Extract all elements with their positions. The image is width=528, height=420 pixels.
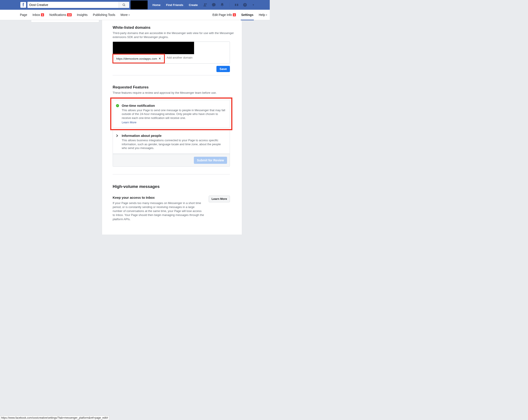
tab-help[interactable]: Help bbox=[256, 10, 270, 20]
feature-card-outer-2: Information about people This allows bus… bbox=[113, 130, 230, 154]
remove-domain-icon[interactable]: ✕ bbox=[158, 57, 161, 60]
high-volume-title: High-volume messages bbox=[113, 184, 237, 189]
tab-publishing-tools[interactable]: Publishing Tools bbox=[90, 10, 118, 20]
requested-features-title: Requested Features bbox=[113, 85, 237, 90]
main-column: White-listed domains Third-party domains… bbox=[102, 20, 242, 235]
feature-1-title: One-time notification bbox=[122, 104, 226, 107]
tab-edit-page-info[interactable]: Edit Page Info 1 bbox=[210, 10, 239, 20]
divider-2 bbox=[113, 174, 230, 174]
search-wrapper bbox=[27, 2, 129, 8]
whitelist-title: White-listed domains bbox=[113, 25, 237, 30]
domain-row: https://demostore.oostapps.com ✕ bbox=[113, 54, 230, 63]
left-column bbox=[0, 20, 102, 235]
chevron-right-icon bbox=[116, 134, 120, 138]
add-domain-input[interactable] bbox=[165, 54, 230, 61]
search-icon bbox=[122, 3, 126, 7]
high-volume-right: Learn More bbox=[209, 196, 230, 221]
tab-insights[interactable]: Insights bbox=[74, 10, 90, 20]
sidebar-card-bottom bbox=[31, 20, 99, 22]
high-volume-subtitle: Keep your access to Inbox bbox=[113, 196, 204, 199]
high-volume-row: Keep your access to Inbox If your Page s… bbox=[113, 196, 230, 221]
high-volume-learn-more-button[interactable]: Learn More bbox=[209, 196, 230, 202]
feature-2-desc: This allows business integrations connec… bbox=[122, 138, 226, 150]
tab-inbox-label: Inbox bbox=[33, 13, 40, 17]
tab-edit-page-info-label: Edit Page Info bbox=[212, 13, 232, 17]
highlight-domain-chip: https://demostore.oostapps.com ✕ bbox=[112, 54, 165, 63]
feature-2-title: Information about people bbox=[122, 134, 226, 137]
features-container: ✓ One-time notification This allows your… bbox=[113, 98, 230, 167]
page-tabs: Page Inbox 1 Notifications 13 Insights P… bbox=[0, 10, 270, 20]
page-body: White-listed domains Third-party domains… bbox=[0, 20, 270, 235]
top-nav: Home Find Friends Create bbox=[150, 2, 201, 8]
save-button[interactable]: Save bbox=[216, 66, 230, 72]
svg-rect-4 bbox=[235, 4, 236, 6]
high-volume-desc: If your Page sends too many messages on … bbox=[113, 201, 204, 221]
search-button[interactable] bbox=[119, 2, 129, 8]
svg-point-3 bbox=[205, 3, 207, 4]
whitelist-desc: Third-party domains that are accessible … bbox=[113, 31, 237, 39]
features-footer: Submit for Review bbox=[113, 154, 230, 167]
notifications-badge: 13 bbox=[67, 13, 72, 16]
whitelist-domain-box: https://demostore.oostapps.com ✕ bbox=[113, 42, 230, 64]
feature-one-time-notification[interactable]: ✓ One-time notification This allows your… bbox=[113, 100, 230, 128]
top-icons: ? ▼ bbox=[203, 3, 256, 7]
redacted-profile bbox=[131, 0, 148, 9]
tab-notifications-label: Notifications bbox=[49, 13, 66, 17]
search-input[interactable] bbox=[27, 2, 119, 8]
svg-rect-5 bbox=[237, 4, 238, 6]
help-icon[interactable]: ? bbox=[243, 3, 247, 7]
nav-home[interactable]: Home bbox=[150, 2, 163, 8]
tab-settings[interactable]: Settings bbox=[239, 10, 256, 20]
inbox-badge: 1 bbox=[41, 13, 44, 16]
icon-divider bbox=[229, 3, 229, 7]
messenger-icon[interactable] bbox=[212, 3, 216, 7]
nav-create[interactable]: Create bbox=[186, 2, 200, 8]
check-icon: ✓ bbox=[116, 104, 120, 108]
nav-find-friends[interactable]: Find Friends bbox=[163, 2, 186, 8]
domain-chip-text: https://demostore.oostapps.com bbox=[116, 57, 157, 60]
friend-requests-icon[interactable] bbox=[203, 3, 208, 7]
feature-information-about-people[interactable]: Information about people This allows bus… bbox=[113, 130, 230, 154]
topbar: f Home Find Friends Create ? ▼ bbox=[0, 0, 270, 10]
highlight-one-time-notification: ✓ One-time notification This allows your… bbox=[110, 98, 232, 130]
high-volume-left: Keep your access to Inbox If your Page s… bbox=[113, 196, 204, 221]
domain-chip: https://demostore.oostapps.com ✕ bbox=[114, 56, 163, 61]
redacted-domain bbox=[113, 42, 194, 54]
submit-for-review-button[interactable]: Submit for Review bbox=[194, 157, 227, 164]
feature-card-outer-1: ✓ One-time notification This allows your… bbox=[113, 100, 230, 128]
tab-inbox[interactable]: Inbox 1 bbox=[30, 10, 47, 20]
tab-more[interactable]: More bbox=[118, 10, 132, 20]
tab-page[interactable]: Page bbox=[17, 10, 30, 20]
svg-text:?: ? bbox=[244, 3, 246, 6]
facebook-logo[interactable]: f bbox=[20, 2, 26, 8]
svg-point-0 bbox=[123, 3, 125, 6]
quick-help-icon[interactable] bbox=[234, 3, 239, 7]
divider bbox=[113, 75, 230, 75]
whitelist-save-row: Save bbox=[113, 66, 230, 72]
tab-notifications[interactable]: Notifications 13 bbox=[47, 10, 74, 20]
requested-features-desc: These features require a review and appr… bbox=[113, 91, 237, 95]
svg-point-2 bbox=[204, 3, 205, 5]
feature-1-learn-more[interactable]: Learn More bbox=[122, 121, 136, 124]
svg-line-1 bbox=[124, 5, 125, 6]
edit-page-info-badge: 1 bbox=[233, 13, 236, 16]
feature-1-desc: This allows your Page to send one messag… bbox=[122, 108, 226, 120]
notifications-icon[interactable] bbox=[220, 3, 224, 7]
account-dropdown-icon[interactable]: ▼ bbox=[251, 3, 256, 7]
